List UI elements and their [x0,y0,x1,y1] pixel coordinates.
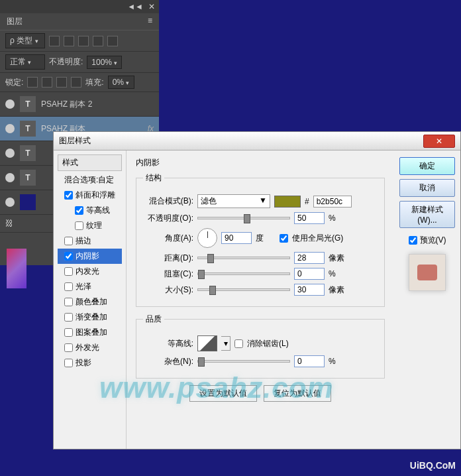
distance-slider[interactable] [197,257,290,259]
opacity-input[interactable]: 100% ▾ [87,56,122,69]
hex-input[interactable] [313,196,352,208]
global-light-label: 使用全局光(G) [292,233,343,244]
ok-button[interactable]: 确定 [399,157,455,175]
layer-row[interactable]: T PSAHZ 副本 2 [0,92,159,117]
visibility-icon[interactable] [5,124,15,133]
filter-type-icon[interactable] [78,36,89,46]
angle-input[interactable] [221,232,252,244]
contour-dropdown-icon[interactable]: ▾ [221,336,230,351]
visibility-icon[interactable] [5,173,15,182]
choke-label: 阻塞(C): [143,268,193,280]
style-checkbox[interactable] [64,313,73,322]
styles-header[interactable]: 样式 [58,154,122,171]
dialog-titlebar[interactable]: 图层样式 ✕ [54,132,460,150]
layer-name: PSAHZ 副本 2 [41,99,92,110]
blend-mode-select[interactable]: 正常 ▾ [5,54,45,70]
style-bevel[interactable]: 斜面和浮雕 [58,188,122,203]
watermark-corner: UiBQ.CoM [410,460,456,471]
degree-unit: 度 [256,233,276,244]
style-drop-shadow[interactable]: 投影 [58,355,122,371]
noise-input[interactable] [294,355,325,367]
filter-pixel-icon[interactable] [49,36,60,46]
opacity-input[interactable] [294,212,325,224]
collapse-icon[interactable]: ◄◄ [127,2,143,11]
style-checkbox[interactable] [75,221,83,230]
style-checkbox[interactable] [64,282,73,291]
quality-legend: 品质 [143,314,164,325]
layers-tab[interactable]: 图层 ≡ [0,13,159,30]
close-icon[interactable]: ✕ [148,2,155,11]
type-layer-icon: T [20,121,36,137]
cancel-button[interactable]: 取消 [399,179,455,197]
style-stroke[interactable]: 描边 [58,233,122,249]
choke-input[interactable] [294,268,325,280]
global-light-checkbox[interactable] [280,234,288,243]
style-contour[interactable]: 等高线 [58,203,122,218]
preview-checkbox[interactable] [409,235,417,246]
fill-input[interactable]: 0% ▾ [108,76,134,89]
filter-smart-icon[interactable] [107,36,118,46]
visibility-icon[interactable] [5,198,15,207]
size-label: 大小(S): [143,284,193,296]
filter-row: ρ 类型 ▾ [0,30,159,52]
angle-dial[interactable] [197,228,217,248]
size-input[interactable] [294,284,325,296]
style-inner-shadow[interactable]: 内阴影 [58,249,122,264]
type-layer-icon: T [20,96,36,112]
style-satin[interactable]: 光泽 [58,279,122,294]
opacity-slider[interactable] [197,217,290,219]
percent-unit: % [329,269,348,278]
distance-input[interactable] [294,252,325,264]
quality-group: 品质 等高线: ▾ 消除锯齿(L) 杂色(N): % [136,314,385,379]
size-slider[interactable] [197,288,290,291]
antialias-checkbox[interactable] [234,339,243,348]
preview-label: 预览(V) [420,235,446,246]
type-layer-icon: T [20,170,36,186]
lock-paint-icon[interactable] [42,77,52,88]
blend-mode-select[interactable]: 滤色▼ [197,194,270,208]
style-checkbox[interactable] [64,191,73,200]
canvas-preview [7,249,26,288]
style-checkbox[interactable] [75,206,83,215]
visibility-icon[interactable] [5,149,15,158]
style-pattern-overlay[interactable]: 图案叠加 [58,325,122,340]
style-texture[interactable]: 纹理 [58,218,122,233]
choke-slider[interactable] [197,272,290,275]
filter-shape-icon[interactable] [93,36,103,46]
filter-adjust-icon[interactable] [64,36,74,46]
layer-thumb [20,194,36,210]
noise-slider[interactable] [197,360,290,363]
panel-menu-icon[interactable]: ≡ [148,16,152,25]
blend-mode-label: 混合模式(B): [143,196,193,207]
close-button[interactable]: ✕ [423,135,455,148]
style-checkbox[interactable] [64,267,73,276]
fill-label: 填充: [85,77,103,88]
lock-label: 锁定: [5,77,23,88]
blend-options[interactable]: 混合选项:自定 [58,172,122,188]
style-checkbox[interactable] [64,359,73,367]
panel-header: ◄◄ ✕ [0,0,159,13]
lock-pos-icon[interactable] [56,77,67,88]
style-inner-glow[interactable]: 内发光 [58,264,122,279]
link-icon[interactable]: ⛓ [5,219,15,228]
style-checkbox[interactable] [64,328,73,337]
lock-row: 锁定: 填充: 0% ▾ [0,73,159,92]
contour-picker[interactable] [197,335,217,351]
lock-trans-icon[interactable] [27,77,38,88]
style-checkbox[interactable] [64,298,73,306]
style-checkbox[interactable] [64,237,73,245]
opacity-label: 不透明度(O): [143,213,193,224]
noise-label: 杂色(N): [143,356,193,367]
style-checkbox[interactable] [64,343,73,352]
style-outer-glow[interactable]: 外发光 [58,340,122,355]
lock-all-icon[interactable] [71,77,81,88]
new-style-button[interactable]: 新建样式(W)... [399,201,455,228]
visibility-icon[interactable] [5,99,15,109]
style-color-overlay[interactable]: 颜色叠加 [58,294,122,310]
kind-select[interactable]: ρ 类型 ▾ [5,33,45,48]
style-gradient-overlay[interactable]: 渐变叠加 [58,310,122,325]
style-checkbox[interactable] [64,252,73,261]
preview-thumbnail [409,254,446,291]
section-title: 内阴影 [136,157,385,168]
color-swatch[interactable] [274,196,301,208]
